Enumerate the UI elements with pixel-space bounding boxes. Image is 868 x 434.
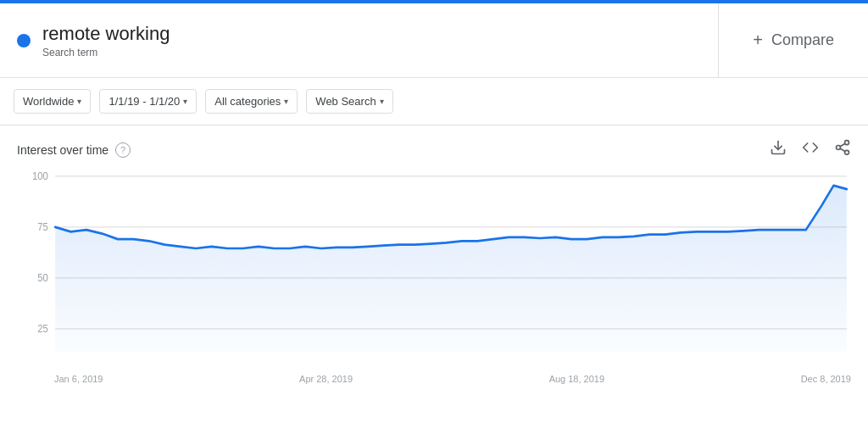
- svg-line-4: [840, 148, 845, 151]
- geo-chevron-icon: ▾: [77, 97, 81, 106]
- search-area: remote working Search term + Compare: [0, 3, 868, 78]
- embed-icon[interactable]: [802, 139, 819, 160]
- category-filter-button[interactable]: All categories ▾: [205, 89, 298, 114]
- geo-filter-label: Worldwide: [23, 95, 74, 108]
- search-term-text: remote working Search term: [42, 23, 170, 58]
- date-filter-button[interactable]: 1/1/19 - 1/1/20 ▾: [99, 89, 197, 114]
- help-icon[interactable]: ?: [115, 142, 131, 158]
- chart-actions: [770, 139, 851, 160]
- trend-chart-svg: 100 75 50 25: [17, 167, 851, 370]
- svg-text:50: 50: [37, 272, 48, 283]
- date-filter-label: 1/1/19 - 1/1/20: [108, 95, 180, 108]
- svg-marker-14: [55, 186, 847, 352]
- x-label-aug: Aug 18, 2019: [549, 374, 604, 384]
- chart-title: Interest over time: [17, 143, 108, 157]
- search-term-section: remote working Search term: [0, 3, 719, 77]
- x-label-jan: Jan 6, 2019: [54, 374, 103, 384]
- date-chevron-icon: ▾: [183, 97, 187, 106]
- search-type-filter-button[interactable]: Web Search ▾: [306, 89, 392, 114]
- search-type-filter-label: Web Search: [315, 95, 376, 108]
- svg-text:100: 100: [32, 170, 48, 181]
- svg-line-5: [840, 143, 845, 146]
- term-dot: [17, 34, 31, 47]
- download-icon[interactable]: [770, 139, 787, 160]
- filters-bar: Worldwide ▾ 1/1/19 - 1/1/20 ▾ All catego…: [0, 78, 868, 125]
- search-type-chevron-icon: ▾: [380, 97, 384, 106]
- chart-container: 100 75 50 25: [17, 167, 851, 370]
- x-label-apr: Apr 28, 2019: [299, 374, 353, 384]
- search-term-title: remote working: [42, 23, 170, 45]
- compare-label: Compare: [771, 31, 834, 49]
- compare-section[interactable]: + Compare: [719, 3, 868, 77]
- chart-header: Interest over time ?: [17, 139, 851, 160]
- search-term-subtitle: Search term: [42, 47, 170, 58]
- category-filter-label: All categories: [214, 95, 281, 108]
- chart-section: Interest over time ? 100 75 50 25: [0, 125, 868, 434]
- geo-filter-button[interactable]: Worldwide ▾: [14, 89, 91, 114]
- share-icon[interactable]: [834, 139, 851, 160]
- category-chevron-icon: ▾: [284, 97, 288, 106]
- x-axis-labels: Jan 6, 2019 Apr 28, 2019 Aug 18, 2019 De…: [17, 370, 851, 384]
- svg-text:75: 75: [37, 221, 48, 232]
- x-label-dec: Dec 8, 2019: [801, 374, 851, 384]
- chart-title-area: Interest over time ?: [17, 142, 131, 158]
- compare-plus-icon: +: [753, 31, 763, 50]
- svg-text:25: 25: [37, 323, 48, 334]
